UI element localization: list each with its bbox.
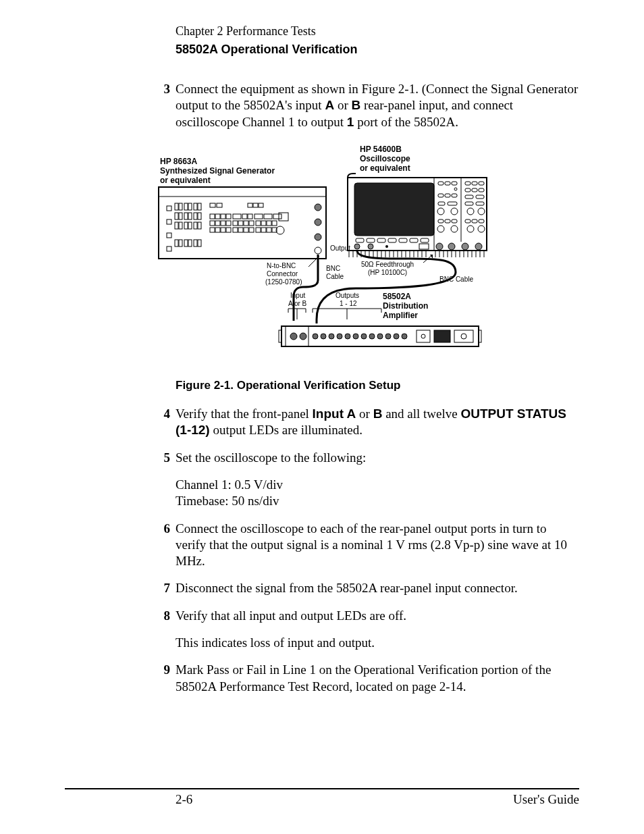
page-number: 2-6 [176,792,192,807]
siggen-panel-detail [167,203,288,251]
step-8-note: This indicates loss of input and output. [176,635,579,651]
svg-rect-79 [438,194,444,197]
input-a-connector-icon [290,333,297,340]
amp-ac-icon [454,330,473,342]
svg-rect-49 [244,221,248,226]
svg-rect-7 [188,203,192,210]
svg-rect-33 [210,214,215,219]
svg-rect-40 [254,214,263,219]
svg-rect-45 [221,221,225,226]
svg-rect-17 [179,222,182,229]
step-text: Disconnect the signal from the 58502A re… [176,580,579,596]
svg-rect-26 [194,240,197,246]
svg-rect-22 [175,240,178,246]
amp-title-1: 58502A [383,292,411,301]
svg-point-82 [454,188,457,190]
step-text: Set the oscilloscope to the following: [176,450,579,466]
svg-rect-6 [184,203,188,210]
svg-rect-69 [356,238,364,242]
svg-point-90 [437,226,444,232]
svg-rect-54 [272,221,277,226]
svg-rect-27 [198,240,201,246]
svg-rect-42 [273,214,281,219]
svg-rect-84 [448,202,457,205]
svg-rect-78 [452,182,457,185]
svg-point-103 [478,208,485,215]
svg-rect-81 [452,194,457,197]
bold-input-a: Input A [313,407,356,421]
knob-icon [462,243,468,250]
svg-rect-4 [175,203,178,210]
knob-icon [448,243,455,250]
svg-point-150 [377,334,383,339]
step-number: 6 [151,521,176,570]
step-number: 3 [151,81,176,130]
svg-rect-43 [210,221,215,226]
page: Chapter 2 Performance Tests 58502A Opera… [0,0,644,834]
svg-rect-92 [465,182,471,185]
svg-rect-16 [175,222,178,229]
svg-rect-104 [465,219,471,223]
svg-rect-93 [472,182,477,185]
page-header: Chapter 2 Performance Tests 58502A Opera… [176,24,579,57]
svg-rect-56 [210,228,215,232]
svg-rect-38 [242,214,247,219]
svg-rect-59 [226,228,231,232]
siggen-title-1: HP 8663A [160,157,197,166]
svg-rect-18 [184,222,188,229]
svg-rect-21 [198,222,201,229]
svg-rect-5 [179,203,182,210]
svg-rect-100 [465,202,473,205]
knob-icon [475,243,482,250]
svg-rect-50 [249,221,254,226]
feed-2: (HP 10100C) [368,269,407,276]
step-number: 5 [151,450,176,466]
ac-inlet-icon [461,334,466,339]
bold-a: A [325,98,334,112]
ntobnc-2: Connector [267,270,298,278]
bold-b: B [351,98,360,112]
step-text: Verify that the front-panel Input A or B… [176,406,579,439]
scope-feet [349,251,484,257]
svg-point-148 [361,334,367,339]
svg-rect-32 [259,203,263,207]
svg-rect-63 [249,228,254,232]
svg-rect-11 [179,213,182,219]
settings-line-1: Channel 1: 0.5 V/div [176,477,579,493]
svg-rect-60 [233,228,238,232]
channel-2-bnc-icon [368,244,373,249]
output-connector-icon [315,247,321,254]
svg-rect-65 [261,228,266,232]
ntobnc-3: (1250-0780) [265,278,302,286]
figure-svg: HP 8663A Synthesized Signal Generator or… [153,144,491,363]
siggen-box [159,187,326,259]
step-number: 4 [151,406,176,439]
svg-point-147 [353,334,358,339]
svg-rect-20 [194,222,197,229]
ntobnc-1: N-to-BNC [267,262,296,269]
step-text: Connect the oscilloscope to each of the … [176,521,579,570]
svg-rect-62 [244,228,248,232]
page-footer: 2-6 User's Guide [65,788,579,807]
svg-point-108 [478,226,485,232]
input-label-2: A or B [288,300,307,307]
knob-icon [315,204,321,211]
svg-point-86 [451,208,458,215]
svg-rect-52 [261,221,266,226]
svg-rect-39 [248,214,252,219]
svg-rect-23 [179,240,182,246]
scope-btn-icon [419,244,429,249]
step-4: 4 Verify that the front-panel Input A or… [65,406,579,439]
svg-point-142 [313,334,318,339]
svg-rect-3 [167,246,171,251]
svg-rect-87 [438,219,444,223]
svg-rect-88 [445,219,450,223]
svg-rect-51 [256,221,261,226]
step-7: 7 Disconnect the signal from the 58502A … [65,580,579,596]
svg-point-153 [402,334,407,339]
step-8: 8 Verify that all input and output LEDs … [65,608,579,624]
svg-rect-74 [410,238,418,242]
step-9: 9 Mark Pass or Fail in Line 1 on the Ope… [65,662,579,695]
svg-rect-2 [167,233,171,238]
svg-rect-0 [167,206,171,211]
